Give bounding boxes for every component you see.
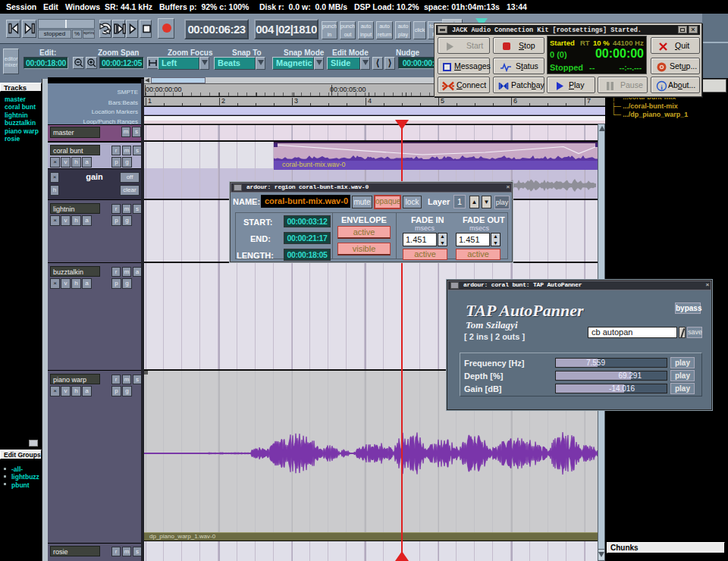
svg-text:i: i [661, 83, 663, 91]
